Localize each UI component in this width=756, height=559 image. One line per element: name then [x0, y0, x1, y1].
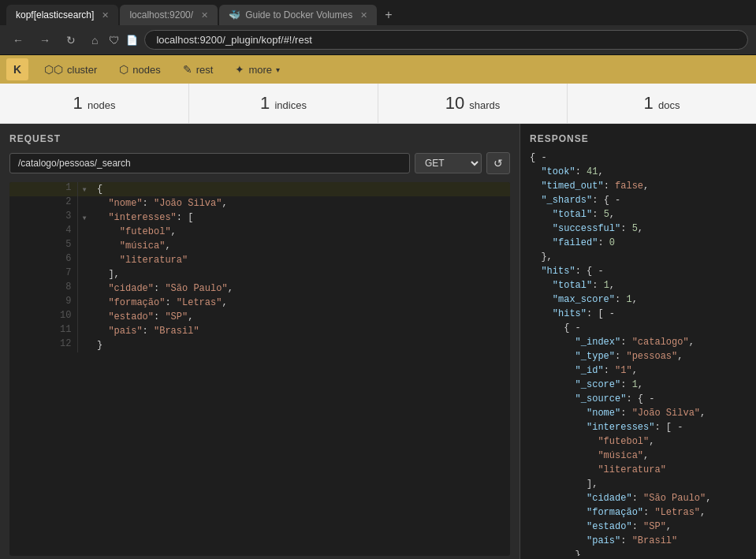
- tab-docker-label: Guide to Docker Volumes: [245, 9, 352, 20]
- new-tab-button[interactable]: +: [378, 5, 398, 25]
- code-line-8: 8 "cidade": "São Paulo",: [9, 281, 510, 296]
- page-icon: 📄: [126, 35, 138, 46]
- code-line-2: 2 "nome": "João Silva",: [9, 196, 510, 211]
- stat-nodes[interactable]: 1 nodes: [0, 84, 189, 123]
- line-num-11: 11: [9, 324, 78, 338]
- response-line-18: "_source": { -: [530, 392, 747, 406]
- code-line-6: 6 "literatura": [9, 253, 510, 267]
- response-line-14: "_index": "catalogo",: [530, 335, 747, 349]
- nav-nodes-label: nodes: [132, 64, 160, 76]
- more-icon: ✦: [235, 63, 244, 76]
- stat-shards[interactable]: 10 shards: [378, 84, 568, 123]
- response-line-22: "música",: [530, 449, 747, 463]
- response-line-8: },: [530, 250, 747, 264]
- response-panel-title: RESPONSE: [530, 133, 747, 144]
- code-line-11: 11 "país": "Brasil": [9, 324, 510, 338]
- response-line-7: "failed": 0: [530, 236, 747, 250]
- nav-more-label: more: [248, 64, 272, 76]
- tab-docker-icon: 🐳: [229, 9, 240, 20]
- method-select[interactable]: GET POST PUT DELETE: [415, 153, 482, 173]
- response-line-17: "_score": 1,: [530, 378, 747, 392]
- line-gutter-2: [78, 196, 91, 211]
- nav-nodes[interactable]: ⬡ nodes: [110, 60, 169, 79]
- code-line-1: 1 ▾ {: [9, 182, 510, 196]
- line-content-1: {: [91, 182, 510, 196]
- code-line-3: 3 ▾ "interesses": [: [9, 211, 510, 225]
- url-row: GET POST PUT DELETE ↺: [9, 152, 510, 174]
- response-line-1: { -: [530, 151, 747, 165]
- stats-bar: 1 nodes 1 indices 10 shards 1 docs: [0, 84, 756, 124]
- line-content-12: }: [91, 338, 510, 352]
- stat-indices-label: indices: [274, 99, 306, 111]
- request-panel: REQUEST GET POST PUT DELETE ↺ 1 ▾ {: [0, 124, 520, 559]
- address-input[interactable]: [144, 30, 748, 50]
- line-num-3: 3: [9, 211, 78, 225]
- line-num-2: 2: [9, 196, 78, 211]
- response-line-28: "país": "Brasil": [530, 534, 747, 548]
- stat-nodes-value: 1: [73, 93, 83, 113]
- browser-chrome: kopf[elasticsearch] ✕ localhost:9200/ ✕ …: [0, 0, 756, 55]
- url-input[interactable]: [9, 153, 410, 173]
- line-num-12: 12: [9, 338, 78, 352]
- code-line-9: 9 "formação": "Letras",: [9, 296, 510, 310]
- line-gutter-11: [78, 324, 91, 338]
- line-gutter-3: ▾: [78, 211, 91, 225]
- reload-button[interactable]: ↻: [61, 31, 80, 50]
- tab-docker-close[interactable]: ✕: [360, 10, 367, 20]
- line-num-10: 10: [9, 310, 78, 324]
- tab-localhost-label: localhost:9200/: [129, 9, 193, 20]
- line-num-1: 1: [9, 182, 78, 196]
- response-line-24: ],: [530, 477, 747, 491]
- response-line-10: "total": 1,: [530, 278, 747, 293]
- nav-rest-label: rest: [196, 64, 214, 76]
- security-icon: 🛡: [109, 34, 120, 47]
- response-line-4: "_shards": { -: [530, 193, 747, 207]
- main-content: REQUEST GET POST PUT DELETE ↺ 1 ▾ {: [0, 124, 756, 559]
- tab-localhost-close[interactable]: ✕: [201, 10, 208, 20]
- tab-bar: kopf[elasticsearch] ✕ localhost:9200/ ✕ …: [0, 0, 756, 25]
- response-line-29: }: [530, 548, 747, 556]
- nav-cluster[interactable]: ⬡⬡ cluster: [35, 60, 106, 79]
- tab-kopf[interactable]: kopf[elasticsearch] ✕: [6, 5, 118, 25]
- nav-more[interactable]: ✦ more ▾: [225, 60, 289, 79]
- line-gutter-8: [78, 281, 91, 296]
- stat-shards-label: shards: [469, 99, 500, 111]
- response-line-6: "successful": 5,: [530, 222, 747, 236]
- nav-rest[interactable]: ✎ rest: [173, 60, 223, 79]
- tab-docker[interactable]: 🐳 Guide to Docker Volumes ✕: [219, 5, 377, 25]
- code-line-7: 7 ],: [9, 267, 510, 281]
- stat-docs-label: docs: [658, 99, 680, 111]
- line-num-8: 8: [9, 281, 78, 296]
- response-code[interactable]: { - "took": 41, "timed_out": false, "_sh…: [530, 151, 747, 556]
- response-line-3: "timed_out": false,: [530, 179, 747, 193]
- line-content-8: "cidade": "São Paulo",: [91, 281, 510, 296]
- code-line-12: 12 }: [9, 338, 510, 352]
- stat-indices-value: 1: [260, 93, 270, 113]
- line-content-11: "país": "Brasil": [91, 324, 510, 338]
- line-gutter-10: [78, 310, 91, 324]
- nodes-icon: ⬡: [119, 63, 128, 76]
- home-button[interactable]: ⌂: [87, 31, 102, 50]
- line-content-10: "estado": "SP",: [91, 310, 510, 324]
- line-content-5: "música",: [91, 239, 510, 253]
- stat-indices[interactable]: 1 indices: [189, 84, 378, 123]
- stat-docs[interactable]: 1 docs: [568, 84, 756, 123]
- forward-button[interactable]: →: [35, 31, 55, 50]
- line-num-4: 4: [9, 225, 78, 239]
- line-num-5: 5: [9, 239, 78, 253]
- line-content-7: ],: [91, 267, 510, 281]
- tab-localhost[interactable]: localhost:9200/ ✕: [120, 5, 218, 25]
- tab-kopf-label: kopf[elasticsearch]: [16, 9, 94, 20]
- code-line-10: 10 "estado": "SP",: [9, 310, 510, 324]
- request-panel-title: REQUEST: [9, 133, 510, 144]
- line-num-6: 6: [9, 253, 78, 267]
- response-line-21: "futebol",: [530, 434, 747, 449]
- code-editor[interactable]: 1 ▾ { 2 "nome": "João Silva", 3 ▾ "inter…: [9, 182, 510, 556]
- line-gutter-7: [78, 267, 91, 281]
- response-line-9: "hits": { -: [530, 264, 747, 278]
- run-button[interactable]: ↺: [486, 152, 510, 174]
- tab-kopf-close[interactable]: ✕: [102, 10, 109, 20]
- address-bar-row: ← → ↻ ⌂ 🛡 📄: [0, 25, 756, 54]
- back-button[interactable]: ←: [8, 31, 28, 50]
- more-dropdown-icon: ▾: [276, 65, 280, 74]
